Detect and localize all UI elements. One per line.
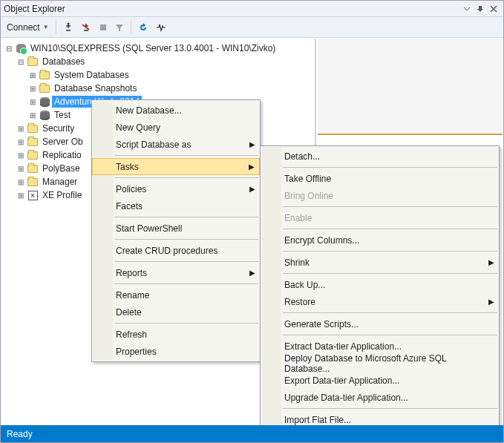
context-menu-database: New Database... New Query Script Databas… (91, 99, 261, 362)
menu-item-back-up[interactable]: Back Up... (261, 276, 499, 293)
collapse-icon[interactable]: ⊟ (4, 45, 13, 53)
database-icon (39, 96, 50, 108)
menu-item-refresh[interactable]: Refresh (92, 326, 260, 343)
menu-item-detach[interactable]: Detach... (261, 148, 499, 165)
menu-item-shrink[interactable]: Shrink▶ (261, 254, 499, 271)
menu-separator (114, 323, 258, 324)
tree-label: Security (40, 122, 76, 134)
expand-icon[interactable]: ⊞ (16, 125, 25, 133)
svg-rect-2 (100, 24, 106, 30)
tree-row-database-snapshots[interactable]: ⊞ Database Snapshots (4, 82, 315, 95)
tree-label: PolyBase (40, 163, 82, 174)
menu-item-new-database[interactable]: New Database... (92, 102, 260, 119)
filter-icon (112, 22, 127, 33)
folder-icon (39, 82, 50, 94)
connect-icon[interactable] (60, 21, 76, 34)
menu-item-upgrade-data-tier[interactable]: Upgrade Data-tier Application... (261, 389, 499, 406)
menu-separator (114, 155, 258, 156)
separator (131, 21, 131, 34)
folder-icon (27, 176, 39, 188)
expand-icon[interactable]: ⊞ (28, 71, 37, 79)
menu-separator (283, 273, 497, 274)
svg-point-0 (67, 22, 69, 24)
stop-icon (96, 22, 111, 33)
server-icon (15, 42, 27, 54)
menu-item-take-offline[interactable]: Take Offline (261, 170, 499, 187)
expand-icon[interactable]: ⊞ (28, 111, 37, 119)
expand-icon[interactable]: ⊞ (16, 178, 25, 186)
tree-label: XE Profile (40, 189, 84, 201)
menu-item-properties[interactable]: Properties (92, 343, 260, 360)
menu-item-new-query[interactable]: New Query (92, 119, 260, 136)
pin-icon[interactable] (474, 2, 487, 16)
menu-separator (283, 251, 497, 252)
separator (56, 21, 56, 34)
menu-separator (283, 408, 497, 409)
xe-icon: X (27, 189, 39, 201)
tree-label: WIN10\SQLEXPRESS (SQL Server 13.0.4001 -… (28, 42, 278, 54)
menu-item-reports[interactable]: Reports▶ (92, 264, 260, 281)
right-pane-background (318, 39, 503, 135)
tree-label: Replicatio (40, 149, 84, 161)
folder-icon (27, 163, 39, 174)
menu-separator (114, 239, 258, 240)
menu-separator (283, 167, 497, 168)
menu-separator (114, 177, 258, 178)
titlebar: Object Explorer (1, 1, 503, 17)
tree-label: Test (52, 109, 73, 121)
refresh-icon[interactable] (135, 21, 151, 34)
menu-item-facets[interactable]: Facets (92, 197, 260, 214)
disconnect-icon[interactable] (78, 21, 94, 34)
menu-separator (114, 217, 258, 217)
tree-label: Manager (40, 176, 79, 188)
folder-icon (27, 149, 39, 161)
tree-label: Database Snapshots (52, 82, 139, 94)
submenu-arrow-icon: ▶ (249, 163, 255, 171)
panel-title: Object Explorer (4, 4, 460, 14)
menu-item-bring-online: Bring Online (261, 187, 499, 204)
tree-row-server[interactable]: ⊟ WIN10\SQLEXPRESS (SQL Server 13.0.4001… (4, 42, 315, 55)
expand-icon[interactable]: ⊞ (16, 138, 25, 146)
menu-item-start-powershell[interactable]: Start PowerShell (92, 220, 260, 237)
tree-label: Databases (40, 56, 87, 68)
tree-row-system-databases[interactable]: ⊞ System Databases (4, 68, 315, 82)
submenu-arrow-icon: ▶ (249, 269, 255, 277)
submenu-arrow-icon: ▶ (249, 140, 255, 148)
expand-icon[interactable]: ⊞ (16, 165, 25, 173)
menu-separator (283, 229, 497, 229)
expand-icon[interactable]: ⊞ (16, 191, 25, 200)
tree-row-databases[interactable]: ⊟ Databases (4, 55, 315, 68)
menu-item-delete[interactable]: Delete (92, 303, 260, 321)
collapse-icon[interactable]: ⊟ (16, 58, 25, 66)
menu-item-generate-scripts[interactable]: Generate Scripts... (261, 315, 499, 332)
connect-button[interactable]: Connect▼ (4, 21, 52, 34)
expand-icon[interactable]: ⊞ (28, 98, 37, 106)
menu-separator (114, 261, 258, 262)
menu-item-rename[interactable]: Rename (92, 286, 260, 303)
menu-item-restore[interactable]: Restore▶ (261, 293, 499, 310)
submenu-arrow-icon: ▶ (249, 185, 255, 193)
submenu-arrow-icon: ▶ (488, 298, 494, 306)
menu-item-export-data-tier[interactable]: Export Data-tier Application... (261, 372, 499, 389)
database-icon (39, 109, 50, 121)
folder-icon (27, 136, 39, 148)
folder-icon (27, 56, 39, 68)
tree-label: Server Ob (40, 136, 85, 148)
menu-item-policies[interactable]: Policies▶ (92, 180, 260, 197)
window-dropdown-icon[interactable] (460, 2, 474, 16)
menu-separator (283, 312, 497, 313)
menu-item-enable: Enable (261, 209, 499, 226)
menu-item-script-database-as[interactable]: Script Database as▶ (92, 136, 260, 153)
menu-separator (114, 283, 258, 284)
menu-item-encrypt-columns[interactable]: Encrypt Columns... (261, 232, 499, 249)
menu-item-deploy-azure[interactable]: Deploy Database to Microsoft Azure SQL D… (261, 355, 499, 372)
toolbar: Connect▼ (1, 17, 503, 38)
menu-item-create-crud[interactable]: Create CRUD procedures (92, 242, 260, 259)
expand-icon[interactable]: ⊞ (16, 151, 25, 160)
menu-item-tasks[interactable]: Tasks▶ (92, 158, 260, 175)
close-icon[interactable] (487, 2, 500, 16)
activity-icon[interactable] (153, 21, 169, 34)
folder-icon (39, 69, 50, 81)
tree-label: System Databases (52, 69, 131, 81)
expand-icon[interactable]: ⊞ (28, 85, 37, 93)
